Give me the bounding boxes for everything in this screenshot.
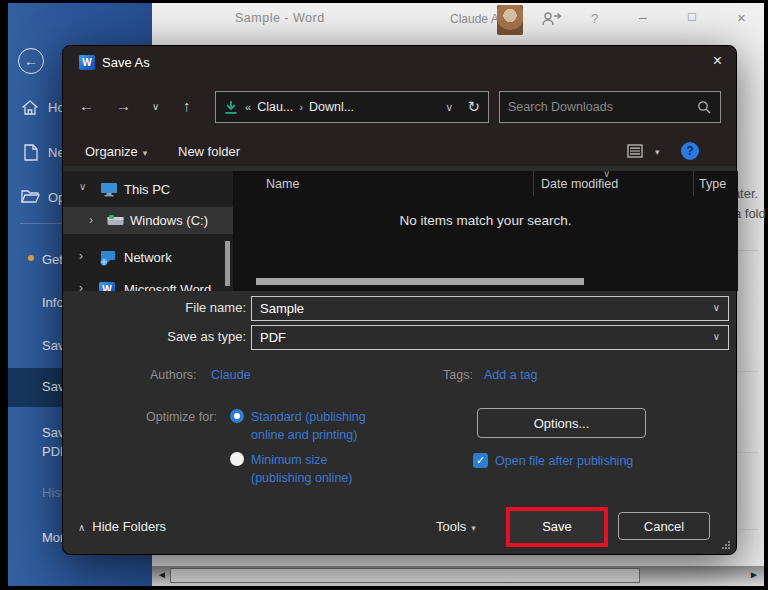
nav-up-icon[interactable]: ↑ <box>183 97 191 114</box>
authors-value-link[interactable]: Claude <box>211 368 251 382</box>
screenshot-root: later. r a fold Sample - Word Claude A ?… <box>0 0 768 590</box>
open-file-checkbox[interactable]: ✓ <box>473 453 488 468</box>
chevron-right-icon[interactable]: › <box>89 213 93 227</box>
chevron-down-icon[interactable]: ∨ <box>713 331 720 342</box>
new-document-icon <box>24 144 38 161</box>
tree-item-windows-c[interactable]: › Windows (C:) <box>63 207 233 234</box>
empty-list-message: No items match your search. <box>233 213 738 228</box>
resize-grip[interactable] <box>721 540 731 550</box>
scrollbar-thumb[interactable] <box>170 568 640 583</box>
address-dropdown-icon[interactable]: ∨ <box>445 101 453 114</box>
back-button[interactable]: ← <box>18 48 44 74</box>
column-header-name[interactable]: Name <box>266 177 299 191</box>
drive-icon <box>107 214 124 226</box>
tree-item-microsoft-word[interactable]: › W Microsoft Word <box>63 277 233 291</box>
chevron-right-icon[interactable]: › <box>79 281 83 291</box>
word-logo-icon: W <box>79 55 95 70</box>
hide-folders-button[interactable]: ∧Hide Folders <box>78 519 166 534</box>
file-list-horizontal-scrollbar[interactable] <box>256 278 584 285</box>
new-folder-button[interactable]: New folder <box>178 144 240 159</box>
network-icon <box>99 250 117 266</box>
downloads-icon <box>224 100 238 115</box>
radio-minimum-label[interactable]: Minimum size (publishing online) <box>251 451 352 487</box>
account-name[interactable]: Claude A <box>450 12 499 26</box>
address-bar[interactable]: « Clau... › Downl... ∨ ↻ <box>215 91 489 123</box>
notification-dot <box>28 255 34 261</box>
view-dropdown-icon[interactable]: ▾ <box>655 147 660 157</box>
refresh-icon[interactable]: ↻ <box>467 98 480 116</box>
file-name-combobox[interactable]: Sample ∨ <box>251 296 729 321</box>
radio-minimum-size[interactable] <box>230 452 244 466</box>
authors-label: Authors: <box>150 368 197 382</box>
window-title: Sample - Word <box>235 11 325 25</box>
save-as-type-label: Save as type: <box>123 329 246 344</box>
open-folder-icon <box>21 189 40 204</box>
nav-forward-icon[interactable]: → <box>116 97 131 114</box>
dialog-titlebar[interactable]: W Save As × <box>63 46 736 80</box>
chevron-up-icon: ∧ <box>78 522 85 533</box>
dialog-help-icon[interactable]: ? <box>681 142 699 160</box>
tree-item-network[interactable]: › Network <box>63 245 233 271</box>
chevron-down-icon[interactable]: ∨ <box>713 302 720 313</box>
column-divider[interactable] <box>533 171 534 196</box>
radio-standard[interactable] <box>230 409 244 423</box>
save-button[interactable]: Save <box>510 511 604 543</box>
maximize-button[interactable]: □ <box>688 9 696 24</box>
nav-recent-chevron-icon[interactable]: ∨ <box>152 101 159 112</box>
column-header-date-modified[interactable]: Date modified <box>541 177 618 191</box>
radio-standard-label[interactable]: Standard (publishing online and printing… <box>251 408 366 444</box>
chevron-right-icon[interactable]: › <box>79 249 83 263</box>
tree-item-this-pc[interactable]: ∨ This PC <box>63 177 233 203</box>
home-icon <box>21 99 39 116</box>
dialog-title: Save As <box>102 55 150 70</box>
chevron-down-icon[interactable]: ∨ <box>79 181 86 192</box>
search-icon <box>697 100 711 114</box>
add-a-tag-link[interactable]: Add a tag <box>484 368 538 382</box>
computer-icon <box>100 182 118 197</box>
breadcrumb-item[interactable]: Clau... <box>257 100 293 114</box>
word-file-icon: W <box>99 282 115 291</box>
breadcrumb-guillemet: « <box>245 101 251 113</box>
scroll-left-icon[interactable]: ◄ <box>157 569 167 580</box>
minimize-button[interactable]: – <box>639 9 647 25</box>
view-options-icon[interactable] <box>627 144 643 158</box>
organize-menu[interactable]: Organize▾ <box>85 144 147 159</box>
open-file-checkbox-label[interactable]: Open file after publishing <box>495 454 633 468</box>
search-box[interactable] <box>499 91 721 123</box>
search-input[interactable] <box>508 96 688 118</box>
tree-scrollbar[interactable] <box>225 241 230 286</box>
folder-tree: ∨ This PC › Windows (C:) › <box>63 171 233 291</box>
tools-menu[interactable]: Tools▾ <box>436 519 476 534</box>
scroll-right-icon[interactable]: ► <box>749 569 759 580</box>
help-icon[interactable]: ? <box>591 11 598 26</box>
column-header-type[interactable]: Type <box>699 177 726 191</box>
avatar[interactable] <box>497 5 523 35</box>
optimize-for-label: Optimize for: <box>146 410 217 424</box>
document-horizontal-scrollbar[interactable]: ◄ ► <box>152 566 764 586</box>
save-button-highlight-annotation: Save <box>506 507 608 547</box>
close-window-button[interactable]: × <box>737 9 746 26</box>
column-divider[interactable] <box>693 171 694 196</box>
nav-back-icon[interactable]: ← <box>79 97 94 114</box>
breadcrumb-separator-icon: › <box>299 101 303 113</box>
save-as-type-combobox[interactable]: PDF ∨ <box>251 325 729 350</box>
file-name-label: File name: <box>123 300 246 315</box>
file-list: Name ∨ Date modified Type No items match… <box>233 171 738 291</box>
organize-dropdown-icon: ▾ <box>143 148 148 158</box>
share-person-icon[interactable] <box>540 10 562 28</box>
save-as-dialog: W Save As × ← → ∨ ↑ « Clau... › Downl...… <box>62 45 737 555</box>
tags-label: Tags: <box>443 368 473 382</box>
options-button[interactable]: Options... <box>477 408 646 438</box>
tools-dropdown-icon: ▾ <box>471 523 476 533</box>
breadcrumb-item[interactable]: Downl... <box>309 100 354 114</box>
cancel-button[interactable]: Cancel <box>618 512 710 540</box>
dialog-close-icon[interactable]: × <box>713 52 722 70</box>
